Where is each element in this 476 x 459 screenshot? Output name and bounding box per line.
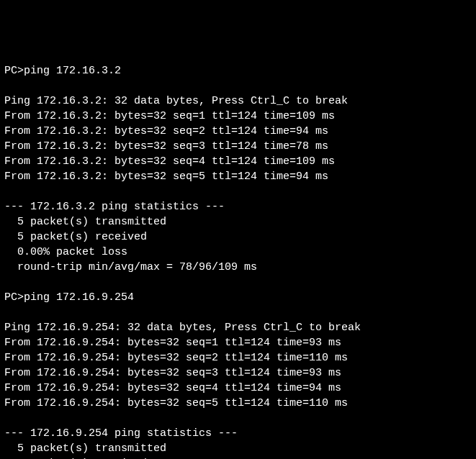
stats-line: 0.00% packet loss [4,246,127,258]
command-text: ping 172.16.9.254 [24,291,134,304]
stats-line: 5 packet(s) received [4,231,147,243]
ping-reply: From 172.16.9.254: bytes=32 seq=5 ttl=12… [4,397,348,409]
command-line: PC>ping 172.16.3.2 [4,65,121,77]
command-line: PC>ping 172.16.9.254 [4,291,134,304]
ping-reply: From 172.16.9.254: bytes=32 seq=3 ttl=12… [4,367,341,379]
terminal-output[interactable]: PC>ping 172.16.3.2 Ping 172.16.3.2: 32 d… [4,63,472,459]
stats-line: round-trip min/avg/max = 78/96/109 ms [4,261,257,273]
command-text: ping 172.16.3.2 [24,65,121,77]
ping-reply: From 172.16.9.254: bytes=32 seq=4 ttl=12… [4,382,341,394]
stats-header: --- 172.16.3.2 ping statistics --- [4,201,225,213]
ping-reply: From 172.16.3.2: bytes=32 seq=5 ttl=124 … [4,171,328,183]
ping-reply: From 172.16.3.2: bytes=32 seq=3 ttl=124 … [4,140,328,153]
ping-header: Ping 172.16.3.2: 32 data bytes, Press Ct… [4,95,348,107]
stats-header: --- 172.16.9.254 ping statistics --- [4,427,238,440]
ping-reply: From 172.16.3.2: bytes=32 seq=4 ttl=124 … [4,155,335,168]
ping-reply: From 172.16.9.254: bytes=32 seq=2 ttl=12… [4,352,348,364]
prompt: PC> [4,291,24,304]
ping-reply: From 172.16.3.2: bytes=32 seq=2 ttl=124 … [4,125,328,137]
stats-line: 5 packet(s) transmitted [4,216,166,228]
ping-reply: From 172.16.3.2: bytes=32 seq=1 ttl=124 … [4,110,335,122]
stats-line: 5 packet(s) transmitted [4,442,166,455]
ping-reply: From 172.16.9.254: bytes=32 seq=1 ttl=12… [4,337,341,349]
prompt: PC> [4,65,24,77]
ping-header: Ping 172.16.9.254: 32 data bytes, Press … [4,322,361,334]
